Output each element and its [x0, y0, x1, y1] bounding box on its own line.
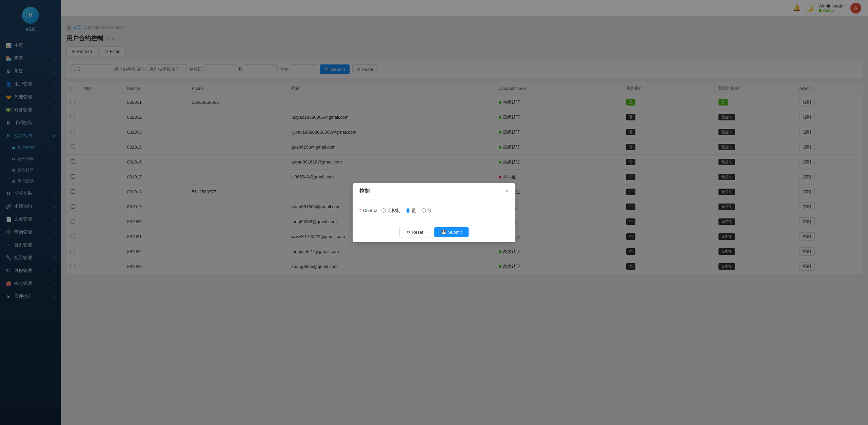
- modal-overlay: 控制 × * Control 无控制 盈: [0, 0, 868, 425]
- radio-no-control-input[interactable]: [381, 208, 386, 213]
- radio-loss[interactable]: 亏: [421, 208, 432, 214]
- control-form-label: * Control: [359, 208, 377, 213]
- control-form-row: * Control 无控制 盈 亏: [359, 208, 509, 214]
- required-marker: *: [359, 208, 361, 213]
- modal-reset-button[interactable]: ↺ Reset: [399, 227, 430, 237]
- modal-title: 控制: [359, 188, 370, 194]
- modal-footer: ↺ Reset 💾 Submit: [353, 222, 515, 242]
- control-radio-group: 无控制 盈 亏: [381, 208, 432, 214]
- radio-loss-input[interactable]: [421, 208, 426, 213]
- modal-submit-button[interactable]: 💾 Submit: [434, 227, 468, 237]
- control-modal: 控制 × * Control 无控制 盈: [353, 183, 515, 242]
- modal-close-button[interactable]: ×: [506, 188, 509, 194]
- radio-profit[interactable]: 盈: [406, 208, 416, 214]
- radio-profit-input[interactable]: [406, 208, 410, 213]
- modal-body: * Control 无控制 盈 亏: [353, 199, 515, 222]
- reset-icon: ↺: [407, 230, 410, 235]
- radio-no-control[interactable]: 无控制: [381, 208, 400, 214]
- modal-header: 控制 ×: [353, 183, 515, 199]
- submit-icon: 💾: [441, 230, 447, 235]
